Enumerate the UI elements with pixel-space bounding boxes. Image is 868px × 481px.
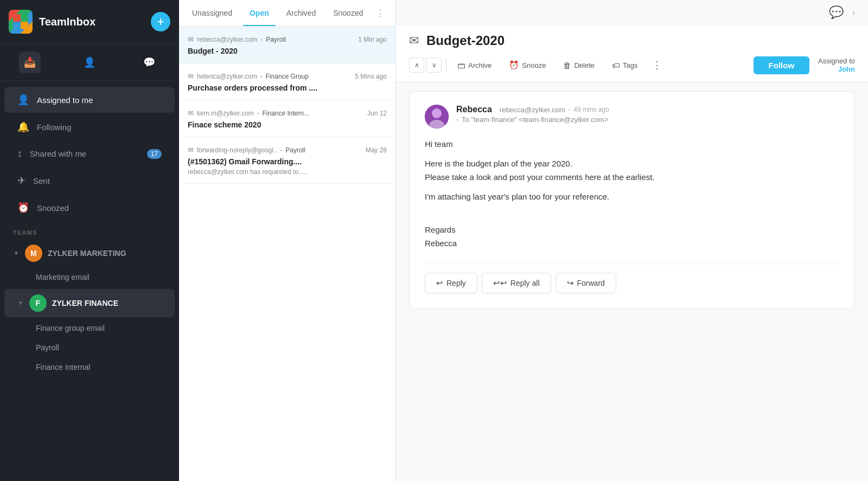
tag-icon: 🏷: [612, 61, 620, 70]
inbox-icon-btn[interactable]: 📥: [19, 52, 41, 73]
detail-mail-icon: ✉: [409, 34, 419, 48]
app-logo: [9, 10, 33, 34]
detail-panel: 💬 › ✉ Budget-2020 ∧ ∨ 🗃 Archive ⏰ Snooze: [396, 0, 868, 481]
sidebar-icon-row: 📥 👤 💬: [0, 44, 179, 81]
chat-icon: 💬: [829, 5, 844, 20]
chat-icon-btn[interactable]: 💬: [138, 52, 160, 73]
sidebar: TeamInbox + 📥 👤 💬 👤 Assigned to me 🔔 Fol…: [0, 0, 179, 481]
sidebar-item-label-snoozed: Snoozed: [37, 203, 69, 213]
svg-rect-1: [21, 14, 28, 22]
team-finance-group-email[interactable]: Finance group email: [0, 318, 179, 338]
contacts-icon-btn[interactable]: 👤: [79, 52, 100, 73]
delete-btn[interactable]: 🗑 Delete: [557, 57, 601, 74]
email-preview-3: rebecca@zylker.com has requested to.....: [188, 168, 387, 176]
email-tag-1: Finance Group: [266, 73, 309, 80]
sidebar-item-shared[interactable]: ↕ Shared with me 17: [4, 141, 175, 166]
team-finance-name: ZYLKER FINANCE: [52, 299, 118, 307]
delete-icon: 🗑: [563, 61, 571, 70]
tab-snoozed[interactable]: Snoozed: [327, 0, 369, 26]
forward-icon: ↪: [567, 278, 574, 288]
follow-button[interactable]: Follow: [754, 56, 810, 74]
sender-name: Rebecca: [456, 105, 492, 114]
email-tag-2: Finance Intern...: [262, 110, 309, 117]
assigned-label: Assigned to: [818, 57, 855, 65]
nav-arrows: ∧ ∨: [409, 57, 442, 73]
email-subject-1: Purchase orders processed from ....: [188, 84, 387, 92]
detail-title: Budget-2020: [426, 33, 505, 48]
assigned-name[interactable]: John: [838, 65, 855, 73]
email-subject-0: Budget - 2020: [188, 47, 387, 55]
tags-btn[interactable]: 🏷 Tags: [605, 57, 644, 74]
email-time-1: 5 Mins ago: [355, 73, 387, 80]
email-time-3: May 28: [366, 146, 387, 154]
team-finance-payroll[interactable]: Payroll: [0, 338, 179, 357]
sidebar-header: TeamInbox +: [0, 0, 179, 44]
thread-card: Rebecca rebecca@zylker.com ● 49 mins ago…: [409, 91, 855, 309]
separator: [446, 59, 446, 72]
expand-icon[interactable]: ›: [852, 8, 855, 17]
prev-arrow[interactable]: ∧: [409, 57, 424, 73]
sidebar-item-snoozed[interactable]: ⏰ Snoozed: [4, 195, 175, 221]
archive-icon: 🗃: [457, 61, 465, 70]
assigned-name-label: John: [818, 65, 855, 73]
team-finance: ▼ F ZYLKER FINANCE Finance group email P…: [0, 289, 179, 377]
more-options-btn[interactable]: ⋮: [649, 56, 665, 74]
expand-thread-chevron[interactable]: ›: [456, 116, 458, 124]
assigned-info: Assigned to John: [818, 57, 855, 73]
team-finance-header[interactable]: ▼ F ZYLKER FINANCE: [4, 289, 175, 317]
chat-bubble-btn[interactable]: 💬: [829, 5, 844, 20]
reply-icon: ↩: [436, 278, 443, 288]
team-marketing: ▼ M ZYLKER MARKETING Marketing email: [0, 239, 179, 287]
email-item-2[interactable]: ✉ kem.m@zylker.com ● Finance Intern... J…: [179, 100, 395, 137]
svg-rect-3: [21, 22, 28, 29]
email-body: Hi team Here is the budget plan of the y…: [425, 137, 839, 251]
following-icon: 🔔: [17, 121, 29, 133]
snooze-btn[interactable]: ⏰ Snooze: [502, 56, 552, 74]
sidebar-item-sent[interactable]: ✈ Sent: [4, 168, 175, 194]
email-tag-0: Payroll: [266, 36, 286, 43]
tabs-more[interactable]: ⋮: [374, 3, 387, 24]
sidebar-nav: 👤 Assigned to me 🔔 Following ↕ Shared wi…: [0, 81, 179, 383]
shared-badge: 17: [147, 149, 162, 159]
email-meta-3: ✉ forwarding-noreply@googl.. ● Payroll M…: [188, 146, 387, 154]
sender-info: Rebecca rebecca@zylker.com ● 49 mins ago…: [456, 105, 839, 124]
svg-rect-0: [13, 14, 21, 22]
team-marketing-name: ZYLKER MARKETING: [48, 249, 126, 258]
email-meta-2: ✉ kem.m@zylker.com ● Finance Intern... J…: [188, 109, 387, 117]
mail-icon-3: ✉: [188, 146, 194, 154]
team-finance-internal[interactable]: Finance Internal: [0, 357, 179, 377]
mail-icon-1: ✉: [188, 72, 194, 80]
email-item-3[interactable]: ✉ forwarding-noreply@googl.. ● Payroll M…: [179, 137, 395, 184]
sidebar-item-label-assigned: Assigned to me: [37, 95, 93, 105]
tab-open[interactable]: Open: [243, 0, 276, 26]
next-arrow[interactable]: ∨: [426, 57, 442, 73]
mail-icon-0: ✉: [188, 35, 194, 43]
reply-all-icon: ↩↩: [493, 278, 507, 288]
email-meta-0: ✉ rebecca@zylker.com ● Payroll 1 Min ago: [188, 35, 387, 43]
email-time-0: 1 Min ago: [358, 36, 387, 43]
forward-btn[interactable]: ↪ Forward: [556, 273, 616, 293]
team-marketing-header[interactable]: ▼ M ZYLKER MARKETING: [0, 239, 179, 267]
sidebar-item-assigned[interactable]: 👤 Assigned to me: [4, 87, 175, 113]
tab-unassigned[interactable]: Unassigned: [186, 0, 239, 26]
assigned-icon: 👤: [17, 94, 29, 106]
reply-btn[interactable]: ↩ Reply: [425, 273, 477, 293]
snooze-icon: ⏰: [509, 60, 519, 70]
reply-all-btn[interactable]: ↩↩ Reply all: [482, 273, 551, 293]
email-sender-0: rebecca@zylker.com: [197, 36, 258, 43]
sender-avatar: [425, 105, 449, 129]
sent-icon: ✈: [17, 175, 25, 187]
email-item-1[interactable]: ✉ helenca@zylker.com ● Finance Group 5 M…: [179, 63, 395, 100]
email-item-0[interactable]: ✉ rebecca@zylker.com ● Payroll 1 Min ago…: [179, 27, 395, 63]
snoozed-icon: ⏰: [17, 202, 29, 214]
sidebar-item-label-sent: Sent: [33, 176, 50, 185]
email-subject-2: Finace scheme 2020: [188, 120, 387, 129]
archive-btn[interactable]: 🗃 Archive: [451, 57, 498, 74]
add-button[interactable]: +: [151, 12, 170, 31]
tab-archived[interactable]: Archived: [280, 0, 322, 26]
email-sender-3: forwarding-noreply@googl..: [197, 146, 277, 154]
team-marketing-avatar: M: [25, 245, 42, 262]
shared-icon: ↕: [17, 148, 22, 159]
sidebar-item-following[interactable]: 🔔 Following: [4, 114, 175, 140]
team-marketing-email[interactable]: Marketing email: [0, 267, 179, 287]
